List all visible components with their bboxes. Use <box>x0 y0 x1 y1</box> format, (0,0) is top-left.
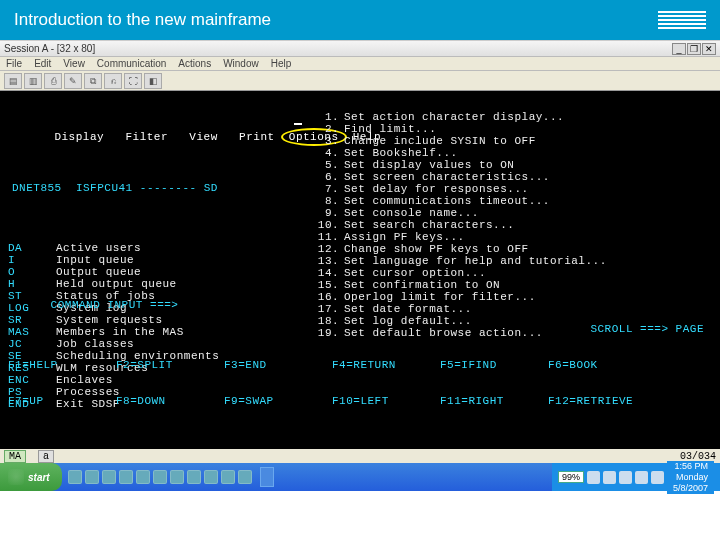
options-menu-item[interactable]: 11.Assign PF keys... <box>308 231 607 243</box>
options-menu-item[interactable]: 3.Change include SYSIN to OFF <box>308 135 607 147</box>
options-menu-item[interactable]: 9.Set console name... <box>308 207 607 219</box>
ql-icon[interactable] <box>68 470 82 484</box>
ql-icon[interactable] <box>221 470 235 484</box>
quick-launch <box>68 470 252 484</box>
fkey[interactable]: F10=LEFT <box>332 395 440 407</box>
start-button[interactable]: start <box>0 463 62 491</box>
tray-icon[interactable] <box>619 471 632 484</box>
ql-icon[interactable] <box>119 470 133 484</box>
fkey[interactable]: F2=SPLIT <box>116 359 224 371</box>
menu-actions[interactable]: Actions <box>178 58 211 69</box>
battery-pct[interactable]: 99% <box>558 471 584 483</box>
options-menu-item[interactable]: 8.Set communications timeout... <box>308 195 607 207</box>
menu-edit[interactable]: Edit <box>34 58 51 69</box>
input-cursor[interactable] <box>294 113 302 125</box>
fkeys-row-1: F1=HELPF2=SPLITF3=ENDF4=RETURNF5=IFINDF6… <box>8 359 712 371</box>
command-input-label: COMMAND INPUT ===> <box>51 299 179 311</box>
toolbar-button[interactable]: ◧ <box>144 73 162 89</box>
fkey[interactable]: F8=DOWN <box>116 395 224 407</box>
terminal-bottom: COMMAND INPUT ===> SCROLL ===> PAGE F1=H… <box>8 263 712 431</box>
options-menu-item[interactable]: 10.Set search characters... <box>308 219 607 231</box>
tray-icon[interactable] <box>651 471 664 484</box>
menu-communication[interactable]: Communication <box>97 58 166 69</box>
menu-view[interactable]: View <box>63 58 85 69</box>
emulator-toolbar: ▤ ▥ ⎙ ✎ ⧉ ⎌ ⛶ ◧ <box>0 71 720 91</box>
options-menu-item[interactable]: 6.Set screen characteristics... <box>308 171 607 183</box>
scroll-label: SCROLL ===> PAGE <box>590 323 704 335</box>
tray-icon[interactable] <box>587 471 600 484</box>
ql-icon[interactable] <box>170 470 184 484</box>
options-menu-item[interactable]: 1.Set action character display... <box>308 111 607 123</box>
taskbar-item[interactable] <box>260 467 274 487</box>
window-titlebar[interactable]: Session A - [32 x 80] _ ❐ ✕ <box>0 41 720 57</box>
menu-help[interactable]: Help <box>271 58 292 69</box>
toolbar-button[interactable]: ▥ <box>24 73 42 89</box>
toolbar-button[interactable]: ⎌ <box>104 73 122 89</box>
fkey[interactable]: F4=RETURN <box>332 359 440 371</box>
fkey[interactable]: F12=RETRIEVE <box>548 395 656 407</box>
fkey[interactable]: F9=SWAP <box>224 395 332 407</box>
tray-icon[interactable] <box>603 471 616 484</box>
fkey[interactable]: F6=BOOK <box>548 359 656 371</box>
options-menu-item[interactable]: 5.Set display values to ON <box>308 159 607 171</box>
ql-icon[interactable] <box>102 470 116 484</box>
window-title: Session A - [32 x 80] <box>4 43 95 54</box>
toolbar-button[interactable]: ✎ <box>64 73 82 89</box>
fkey[interactable]: F5=IFIND <box>440 359 548 371</box>
options-menu-item[interactable]: 7.Set delay for responses... <box>308 183 607 195</box>
fkey[interactable]: F11=RIGHT <box>440 395 548 407</box>
fkey[interactable]: F7=UP <box>8 395 116 407</box>
tmenu-print[interactable]: Print <box>239 131 275 143</box>
fkeys-row-2: F7=UPF8=DOWNF9=SWAPF10=LEFTF11=RIGHTF12=… <box>8 395 712 407</box>
terminal-screen[interactable]: Display Filter View Print Options Help D… <box>0 91 720 449</box>
close-button[interactable]: ✕ <box>702 43 716 55</box>
emulator-menubar: File Edit View Communication Actions Win… <box>0 57 720 71</box>
left-menu-item[interactable]: DAActive users <box>8 242 298 254</box>
fkey[interactable]: F1=HELP <box>8 359 116 371</box>
tmenu-view[interactable]: View <box>189 131 217 143</box>
options-menu-item[interactable]: 4.Set Bookshelf... <box>308 147 607 159</box>
tray-icon[interactable] <box>635 471 648 484</box>
ql-icon[interactable] <box>85 470 99 484</box>
ql-icon[interactable] <box>153 470 167 484</box>
ql-icon[interactable] <box>204 470 218 484</box>
ql-icon[interactable] <box>238 470 252 484</box>
ibm-logo <box>658 11 706 29</box>
minimize-button[interactable]: _ <box>672 43 686 55</box>
slide-header: Introduction to the new mainframe <box>0 0 720 40</box>
menu-file[interactable]: File <box>6 58 22 69</box>
fkey[interactable]: F3=END <box>224 359 332 371</box>
emulator-window: Session A - [32 x 80] _ ❐ ✕ File Edit Vi… <box>0 40 720 91</box>
tmenu-display[interactable]: Display <box>54 131 104 143</box>
window-controls: _ ❐ ✕ <box>672 43 716 55</box>
restore-button[interactable]: ❐ <box>687 43 701 55</box>
options-menu-item[interactable]: 12.Change show PF keys to OFF <box>308 243 607 255</box>
tmenu-filter[interactable]: Filter <box>125 131 168 143</box>
slide-title: Introduction to the new mainframe <box>14 10 271 30</box>
taskbar-clock[interactable]: 1:56 PM Monday 5/8/2007 <box>667 461 714 494</box>
toolbar-button[interactable]: ▤ <box>4 73 22 89</box>
toolbar-button[interactable]: ⎙ <box>44 73 62 89</box>
toolbar-button[interactable]: ⛶ <box>124 73 142 89</box>
system-tray: 99% 1:56 PM Monday 5/8/2007 <box>552 463 720 491</box>
ql-icon[interactable] <box>187 470 201 484</box>
windows-taskbar: start 99% 1:56 PM Monday 5/8/2007 <box>0 463 720 491</box>
menu-window[interactable]: Window <box>223 58 259 69</box>
ql-icon[interactable] <box>136 470 150 484</box>
toolbar-button[interactable]: ⧉ <box>84 73 102 89</box>
start-label: start <box>28 472 50 483</box>
options-menu-item[interactable]: 2.Find limit... <box>308 123 607 135</box>
windows-icon <box>8 469 24 485</box>
